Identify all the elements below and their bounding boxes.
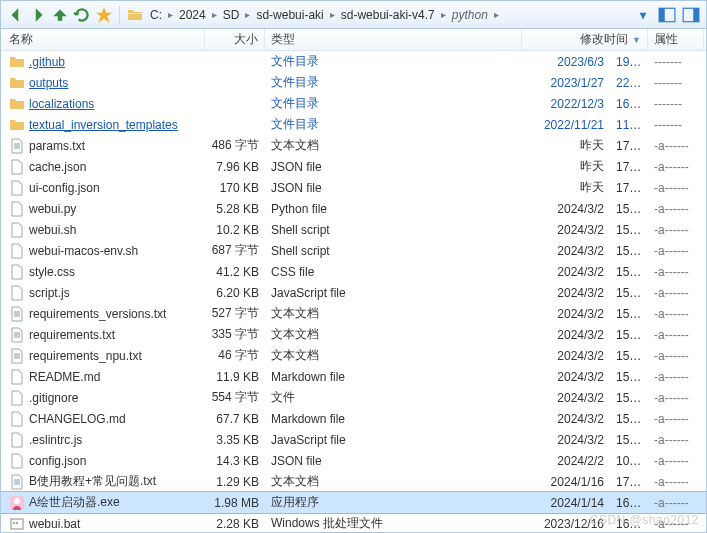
col-date[interactable]: 修改时间▼ [522,29,648,50]
file-time-cell: 10:54 [610,454,648,468]
file-name-cell[interactable]: outputs [3,75,205,91]
file-name-cell[interactable]: textual_inversion_templates [3,117,205,133]
file-name-cell[interactable]: style.css [3,264,205,280]
file-row[interactable]: requirements_versions.txt527 字节文本文档2024/… [1,303,706,324]
file-name-cell[interactable]: B使用教程+常见问题.txt [3,473,205,490]
file-name-cell[interactable]: webui.bat [3,516,205,532]
file-name-cell[interactable]: webui-macos-env.sh [3,243,205,259]
file-row[interactable]: textual_inversion_templates文件目录2022/11/2… [1,114,706,135]
file-size-cell: 10.2 KB [205,223,265,237]
file-name-cell[interactable]: requirements_versions.txt [3,306,205,322]
panel-right-button[interactable] [681,5,701,25]
file-row[interactable]: webui.py5.28 KBPython file2024/3/215:09-… [1,198,706,219]
file-name-cell[interactable]: webui.sh [3,222,205,238]
file-row[interactable]: B使用教程+常见问题.txt1.29 KB文本文档2024/1/1617:55-… [1,471,706,492]
back-button[interactable] [6,5,26,25]
file-row[interactable]: localizations文件目录2022/12/316:11------- [1,93,706,114]
file-row[interactable]: ui-config.json170 KBJSON file昨天17:32-a--… [1,177,706,198]
file-row[interactable]: requirements.txt335 字节文本文档2024/3/215:09-… [1,324,706,345]
file-size-cell: 7.96 KB [205,160,265,174]
up-button[interactable] [50,5,70,25]
file-row[interactable]: .eslintrc.js3.35 KBJavaScript file2024/3… [1,429,706,450]
file-name-cell[interactable]: cache.json [3,159,205,175]
file-attr-cell: -a------ [648,244,704,258]
breadcrumb-item[interactable]: 2024 [175,6,210,24]
file-row[interactable]: config.json14.3 KBJSON file2024/2/210:54… [1,450,706,471]
breadcrumb-item[interactable]: python [448,6,492,24]
file-row[interactable]: .github文件目录2023/6/319:05------- [1,51,706,72]
file-name-cell[interactable]: requirements.txt [3,327,205,343]
file-row[interactable]: outputs文件目录2023/1/2722:03------- [1,72,706,93]
code-icon [9,159,25,175]
file-name-label: webui-macos-env.sh [29,244,138,258]
file-name-cell[interactable]: README.md [3,369,205,385]
file-row[interactable]: cache.json7.96 KBJSON file昨天17:33-a-----… [1,156,706,177]
col-size[interactable]: 大小 [205,29,265,50]
col-name[interactable]: 名称 [3,29,205,50]
file-name-cell[interactable]: webui.py [3,201,205,217]
file-time-cell: 17:33 [610,160,648,174]
file-size-cell: 527 字节 [205,305,265,322]
breadcrumb-item[interactable]: SD [219,6,244,24]
file-row[interactable]: script.js6.20 KBJavaScript file2024/3/21… [1,282,706,303]
file-time-cell: 15:09 [610,433,648,447]
file-name-cell[interactable]: params.txt [3,138,205,154]
file-name-cell[interactable]: .eslintrc.js [3,432,205,448]
file-row[interactable]: A绘世启动器.exe1.98 MB应用程序2024/1/1416:39-a---… [1,492,706,513]
file-time-cell: 17:55 [610,475,648,489]
file-name-cell[interactable]: ui-config.json [3,180,205,196]
svg-point-5 [14,498,20,504]
file-row[interactable]: webui.bat2.28 KBWindows 批处理文件2023/12/161… [1,513,706,532]
file-row[interactable]: .gitignore554 字节文件2024/3/215:09-a------ [1,387,706,408]
file-row[interactable]: webui-macos-env.sh687 字节Shell script2024… [1,240,706,261]
file-row[interactable]: style.css41.2 KBCSS file2024/3/215:09-a-… [1,261,706,282]
favorite-button[interactable] [94,5,114,25]
file-name-cell[interactable]: .github [3,54,205,70]
breadcrumb-item[interactable]: sd-webui-aki [252,6,327,24]
file-date-cell: 2024/3/2 [522,202,610,216]
forward-button[interactable] [28,5,48,25]
col-date-label: 修改时间 [580,31,628,48]
chevron-right-icon: ▸ [212,9,217,20]
file-name-label: requirements.txt [29,328,115,342]
file-icon [9,390,25,406]
file-type-cell: 文本文档 [265,137,522,154]
refresh-button[interactable] [72,5,92,25]
file-name-label: ui-config.json [29,181,100,195]
file-row[interactable]: webui.sh10.2 KBShell script2024/3/215:09… [1,219,706,240]
file-name-cell[interactable]: requirements_npu.txt [3,348,205,364]
file-size-cell: 5.28 KB [205,202,265,216]
breadcrumb-item[interactable]: C: [146,6,166,24]
file-list[interactable]: .github文件目录2023/6/319:05-------outputs文件… [1,51,706,532]
file-name-cell[interactable]: A绘世启动器.exe [3,494,205,511]
file-name-label: config.json [29,454,86,468]
col-attr[interactable]: 属性 [648,29,704,50]
folder-icon [9,117,25,133]
file-name-label: .github [29,55,65,69]
file-name-cell[interactable]: script.js [3,285,205,301]
col-type[interactable]: 类型 [265,29,522,50]
file-date-cell: 2024/3/2 [522,349,610,363]
toolbar-separator [119,6,120,24]
file-type-cell: 文本文档 [265,473,522,490]
file-name-cell[interactable]: config.json [3,453,205,469]
txt-icon [9,327,25,343]
file-name-label: localizations [29,97,94,111]
file-time-cell: 15:09 [610,307,648,321]
file-date-cell: 2024/3/2 [522,307,610,321]
folder-root-icon[interactable] [125,5,145,25]
breadcrumb-item[interactable]: sd-webui-aki-v4.7 [337,6,439,24]
file-attr-cell: -a------ [648,286,704,300]
sh-icon [9,222,25,238]
file-row[interactable]: params.txt486 字节文本文档昨天17:33-a------ [1,135,706,156]
file-name-cell[interactable]: localizations [3,96,205,112]
file-date-cell: 2024/3/2 [522,265,610,279]
file-name-label: textual_inversion_templates [29,118,178,132]
dropdown-button[interactable]: ▾ [633,5,653,25]
file-row[interactable]: requirements_npu.txt46 字节文本文档2024/3/215:… [1,345,706,366]
file-name-cell[interactable]: .gitignore [3,390,205,406]
file-name-cell[interactable]: CHANGELOG.md [3,411,205,427]
panel-left-button[interactable] [657,5,677,25]
file-row[interactable]: CHANGELOG.md67.7 KBMarkdown file2024/3/2… [1,408,706,429]
file-row[interactable]: README.md11.9 KBMarkdown file2024/3/215:… [1,366,706,387]
